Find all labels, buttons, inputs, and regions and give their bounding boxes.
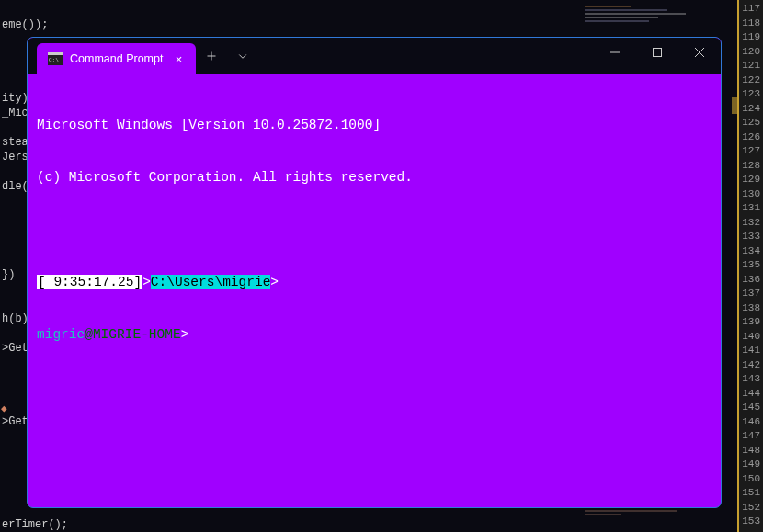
titlebar-drag-region[interactable] bbox=[258, 38, 594, 74]
background-line-numbers: 1171181191201211221231241251261271281291… bbox=[737, 0, 763, 532]
line-number: 123 bbox=[739, 87, 760, 102]
prompt-gt-3: > bbox=[181, 327, 189, 342]
line-number: 154 bbox=[739, 529, 760, 533]
background-code-line: erTimer(); bbox=[0, 518, 737, 532]
line-number: 144 bbox=[739, 387, 760, 402]
maximize-button[interactable] bbox=[636, 38, 678, 67]
tab-title: Command Prompt bbox=[70, 52, 163, 65]
line-number: 139 bbox=[739, 315, 760, 330]
close-window-button[interactable] bbox=[678, 38, 721, 67]
line-number: 133 bbox=[739, 230, 760, 244]
prompt-line-2: migrie@MIGRIE-HOME> bbox=[37, 326, 712, 344]
line-number: 136 bbox=[739, 273, 760, 288]
prompt-gt-2: > bbox=[270, 275, 279, 289]
titlebar[interactable]: Command Prompt × bbox=[28, 38, 721, 74]
line-number: 149 bbox=[739, 458, 760, 472]
line-number: 145 bbox=[739, 401, 760, 415]
terminal-body[interactable]: Microsoft Windows [Version 10.0.25872.10… bbox=[28, 74, 721, 507]
window-controls bbox=[594, 38, 721, 74]
line-number: 151 bbox=[739, 486, 760, 501]
prompt-gt-1: > bbox=[142, 275, 151, 289]
prompt-path: C:\Users\migrie bbox=[151, 275, 271, 289]
line-number: 142 bbox=[739, 358, 760, 373]
line-number: 152 bbox=[739, 501, 760, 515]
command-prompt-icon bbox=[48, 52, 63, 65]
line-number: 121 bbox=[739, 59, 760, 74]
line-number: 130 bbox=[739, 187, 760, 202]
line-number: 140 bbox=[739, 330, 760, 345]
line-number: 134 bbox=[739, 244, 760, 259]
prompt-line-1: [ 9:35:17.25]>C:\Users\migrie> bbox=[37, 274, 712, 291]
new-tab-button[interactable] bbox=[196, 40, 227, 72]
blank-line bbox=[37, 221, 712, 239]
prompt-timestamp: [ 9:35:17.25] bbox=[37, 275, 142, 289]
line-number: 143 bbox=[739, 372, 760, 387]
background-code-line bbox=[0, 4, 737, 18]
line-number: 137 bbox=[739, 287, 760, 301]
banner-line-1: Microsoft Windows [Version 10.0.25872.10… bbox=[37, 117, 712, 134]
line-number: 131 bbox=[739, 201, 760, 216]
background-scroll-marker bbox=[732, 97, 738, 114]
line-number: 122 bbox=[739, 74, 760, 88]
line-number: 132 bbox=[739, 216, 760, 231]
prompt-at: @ bbox=[85, 327, 93, 342]
line-number: 124 bbox=[739, 102, 760, 117]
background-code-line: eme()); bbox=[0, 18, 737, 33]
line-number: 120 bbox=[739, 45, 760, 60]
prompt-user: migrie bbox=[37, 327, 85, 342]
line-number: 150 bbox=[739, 472, 760, 487]
line-number: 153 bbox=[739, 515, 760, 529]
svg-rect-0 bbox=[654, 49, 662, 57]
line-number: 129 bbox=[739, 173, 760, 187]
terminal-window: Command Prompt × Microsoft Windows [Ve bbox=[27, 37, 722, 508]
tab-dropdown-button[interactable] bbox=[227, 40, 258, 72]
line-number: 147 bbox=[739, 429, 760, 444]
close-tab-button[interactable]: × bbox=[170, 51, 187, 67]
line-number: 148 bbox=[739, 444, 760, 458]
banner-line-2: (c) Microsoft Corporation. All rights re… bbox=[37, 169, 712, 187]
line-number: 119 bbox=[739, 30, 760, 45]
prompt-host: MIGRIE-HOME bbox=[93, 327, 181, 342]
background-breakpoint-icon: ◆ bbox=[1, 402, 7, 414]
line-number: 135 bbox=[739, 258, 760, 273]
line-number: 138 bbox=[739, 301, 760, 316]
line-number: 126 bbox=[739, 130, 760, 145]
line-number: 128 bbox=[739, 159, 760, 174]
minimize-button[interactable] bbox=[594, 38, 636, 67]
tab-command-prompt[interactable]: Command Prompt × bbox=[37, 43, 196, 74]
line-number: 146 bbox=[739, 415, 760, 430]
line-number: 141 bbox=[739, 344, 760, 358]
line-number: 117 bbox=[739, 2, 760, 17]
line-number: 125 bbox=[739, 116, 760, 130]
line-number: 118 bbox=[739, 17, 760, 31]
line-number: 127 bbox=[739, 144, 760, 159]
